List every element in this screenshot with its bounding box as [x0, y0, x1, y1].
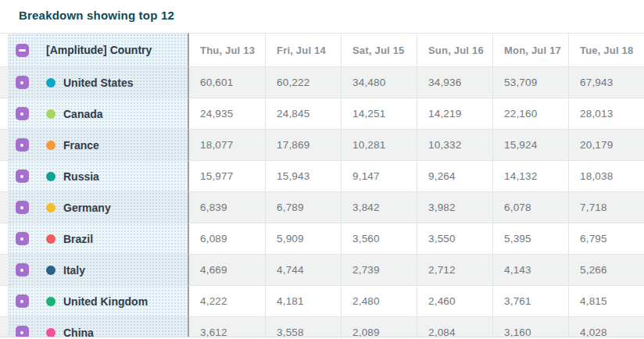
value-cell: 34,936 [417, 67, 492, 98]
value-label: 15,943 [277, 170, 310, 182]
country-name-cell[interactable]: France [36, 130, 189, 161]
value-cell: 2,712 [417, 255, 492, 286]
row-spacer-cell [0, 192, 8, 223]
checkbox-dot-icon [20, 331, 23, 334]
checkbox-dot-icon [20, 175, 23, 178]
country-name-label: Italy [63, 264, 85, 277]
country-name-cell[interactable]: Canada [36, 98, 189, 130]
series-visibility-checkbox[interactable] [16, 263, 29, 277]
value-cell: 3,982 [417, 192, 492, 223]
series-color-dot-icon [46, 203, 55, 212]
breakdown-panel: Breakdown showing top 12 [Amplitude] Cou… [0, 0, 644, 339]
value-label: 5,266 [580, 264, 607, 276]
value-label: 6,839 [200, 202, 227, 213]
value-cell: 18,077 [189, 130, 265, 161]
series-visibility-checkbox[interactable] [16, 76, 29, 89]
value-cell: 53,709 [492, 67, 568, 98]
country-name-cell[interactable]: United States [36, 67, 189, 98]
value-cell: 2,089 [341, 317, 417, 339]
value-label: 9,147 [352, 170, 380, 182]
country-name-cell[interactable]: Russia [36, 161, 189, 192]
value-cell: 4,028 [568, 317, 644, 339]
country-column-header-label: [Amplitude] Country [46, 44, 152, 56]
value-cell: 10,332 [417, 130, 492, 161]
value-cell: 2,739 [341, 255, 417, 286]
row-select-cell [8, 223, 36, 255]
row-spacer-cell [0, 317, 8, 339]
country-name-cell[interactable]: Germany [36, 192, 189, 223]
value-label: 10,281 [352, 139, 386, 151]
value-cell: 3,560 [341, 223, 417, 255]
value-cell: 6,078 [492, 192, 568, 223]
country-name-cell[interactable]: United Kingdom [36, 286, 189, 317]
country-column-header: [Amplitude] Country [36, 33, 189, 67]
country-name-cell[interactable]: China [36, 317, 189, 339]
row-spacer-cell [0, 255, 8, 286]
indeterminate-minus-icon [19, 49, 26, 52]
value-cell: 60,601 [189, 67, 265, 98]
value-cell: 18,038 [568, 161, 644, 192]
series-color-dot-icon [46, 78, 55, 87]
series-color-dot-icon [46, 266, 55, 275]
date-column-header: Mon, Jul 17 [492, 33, 568, 67]
breakdown-table: [Amplitude] CountryThu, Jul 13Fri, Jul 1… [0, 33, 644, 339]
value-cell: 4,815 [568, 286, 644, 317]
value-cell: 3,842 [341, 192, 417, 223]
value-cell: 6,839 [189, 192, 265, 223]
series-visibility-checkbox[interactable] [16, 138, 29, 152]
value-cell: 60,222 [265, 67, 341, 98]
value-label: 22,160 [504, 108, 538, 120]
series-visibility-checkbox[interactable] [16, 201, 29, 214]
row-spacer-cell [0, 98, 8, 130]
value-label: 15,924 [504, 139, 538, 151]
value-label: 53,709 [504, 77, 538, 88]
series-color-dot-icon [46, 109, 55, 119]
value-label: 60,601 [200, 77, 234, 88]
value-label: 14,132 [504, 170, 538, 182]
value-cell: 2,480 [341, 286, 417, 317]
value-label: 6,795 [580, 233, 607, 244]
country-name-cell[interactable]: Italy [36, 255, 189, 286]
date-column-header-label: Tue, Jul 18 [580, 45, 633, 56]
value-cell: 6,789 [265, 192, 341, 223]
value-cell: 15,977 [189, 161, 265, 192]
date-column-header-label: Thu, Jul 13 [200, 45, 255, 56]
value-cell: 3,761 [492, 286, 568, 317]
value-label: 3,560 [352, 233, 380, 244]
value-cell: 3,160 [492, 317, 568, 339]
series-visibility-checkbox[interactable] [16, 107, 29, 120]
value-label: 24,935 [200, 108, 234, 120]
country-name-cell[interactable]: Brazil [36, 223, 189, 255]
value-label: 6,789 [277, 202, 304, 213]
series-color-dot-icon [46, 172, 55, 181]
select-all-checkbox[interactable] [16, 44, 29, 57]
checkbox-dot-icon [20, 300, 23, 303]
row-select-cell [8, 255, 36, 286]
row-spacer-cell [0, 130, 8, 161]
date-column-header-label: Sat, Jul 15 [352, 45, 405, 56]
value-cell: 4,181 [265, 286, 341, 317]
value-label: 4,744 [277, 264, 304, 276]
value-cell: 6,795 [568, 223, 644, 255]
value-cell: 4,669 [189, 255, 265, 286]
series-visibility-checkbox[interactable] [16, 232, 29, 245]
row-select-cell [8, 67, 36, 98]
series-visibility-checkbox[interactable] [16, 170, 29, 183]
value-label: 4,815 [580, 295, 607, 307]
row-spacer-cell [0, 223, 8, 255]
value-label: 5,395 [504, 233, 531, 244]
value-label: 3,761 [504, 295, 531, 307]
country-name-label: Canada [63, 108, 103, 120]
row-spacer-cell [0, 67, 8, 98]
series-color-dot-icon [46, 297, 55, 306]
value-label: 28,013 [580, 108, 614, 120]
date-column-header: Thu, Jul 13 [189, 33, 265, 67]
checkbox-dot-icon [20, 269, 23, 272]
value-label: 3,550 [428, 233, 456, 244]
value-label: 18,077 [200, 139, 234, 151]
value-label: 2,460 [428, 295, 456, 307]
value-cell: 15,943 [265, 161, 341, 192]
series-visibility-checkbox[interactable] [16, 294, 29, 308]
date-column-header-label: Mon, Jul 17 [504, 45, 561, 56]
value-label: 14,219 [428, 108, 462, 120]
